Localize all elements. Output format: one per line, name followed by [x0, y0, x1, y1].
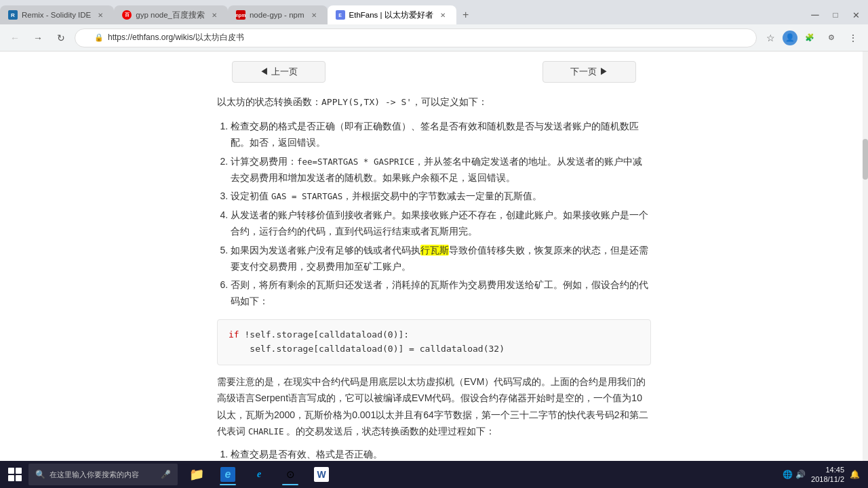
taskbar-word[interactable]: W	[307, 462, 336, 487]
address-bar: ← → ↻ 🔒 https://ethfans.org/wikis/以太坊白皮书…	[0, 24, 868, 52]
page-content: ◀ 上一页 下一页 ▶ 以太坊的状态转换函数：APPLY(S,TX) -> S'…	[0, 52, 868, 488]
reload-button[interactable]: ↻	[52, 28, 71, 47]
menu-icon[interactable]: ⋮	[844, 28, 863, 47]
tab-baidu-label: gyp node_百度搜索	[136, 10, 205, 20]
taskbar-apps: 📁 e e ⊙ W	[182, 462, 336, 487]
toolbar-right: ☆ 👤 🧩 ⚙ ⋮	[761, 28, 863, 47]
step-1: 检查交易的格式是否正确（即有正确数值）、签名是否有效和随机数是否与发送者账户的随…	[231, 119, 651, 151]
code-line-1: if !self.storage[calldataload(0)]:	[229, 328, 639, 342]
windows-logo-icon	[8, 468, 22, 481]
tab-ethfans-label: EthFans | 以太坊爱好者	[349, 10, 433, 20]
maximize-button[interactable]: □	[826, 5, 845, 24]
code-line-2: self.storage[calldataload(0)] = calldata…	[229, 342, 639, 357]
new-tab-button[interactable]: +	[456, 5, 475, 24]
pagination-buttons: ◀ 上一页 下一页 ▶	[217, 61, 651, 83]
microphone-icon: 🎤	[161, 470, 171, 479]
tab-npm-label: node-gyp - npm	[250, 11, 304, 19]
volume-icon[interactable]: 🔊	[795, 470, 806, 479]
next-page-button[interactable]: 下一页 ▶	[542, 61, 636, 83]
section-intro: 以太坊的状态转换函数：APPLY(S,TX) -> S'，可以定义如下：	[217, 94, 651, 110]
scrollbar[interactable]	[863, 52, 868, 488]
tab-baidu-close[interactable]: ✕	[209, 9, 220, 20]
step-5: 如果因为发送者账户没有足够的钱或者代码执行瓦斯导致价值转移失败，恢复原来的状态，…	[231, 243, 651, 275]
scrollbar-thumb[interactable]	[863, 139, 868, 180]
tab-remix[interactable]: R Remix - Solidity IDE ✕	[0, 5, 114, 24]
taskbar-ie[interactable]: e	[244, 462, 274, 487]
ie-icon: e	[257, 469, 261, 480]
eth-favicon-icon: E	[336, 10, 345, 20]
taskbar-search-bar[interactable]: 🔍 在这里输入你要搜索的内容 🎤	[28, 464, 178, 485]
taskbar-search-placeholder: 在这里输入你要搜索的内容	[50, 470, 139, 480]
close-button[interactable]: ✕	[846, 5, 865, 24]
intro-code: APPLY(S,TX) -> S'	[321, 97, 412, 107]
paragraph-1: 需要注意的是，在现实中合约代码是用底层以太坊虚拟机（EVM）代码写成的。上面的合…	[217, 373, 651, 440]
minimize-button[interactable]: ─	[806, 5, 825, 24]
back-button[interactable]: ←	[5, 28, 24, 47]
edge-icon: e	[220, 467, 235, 482]
network-icon[interactable]: 🌐	[783, 470, 793, 479]
steps-list: 检查交易的格式是否正确（即有正确数值）、签名是否有效和随机数是否与发送者账户的随…	[217, 119, 651, 310]
article-content: ◀ 上一页 下一页 ▶ 以太坊的状态转换函数：APPLY(S,TX) -> S'…	[203, 52, 665, 488]
notification-area: 🌐 🔊	[783, 470, 806, 479]
tab-ethfans[interactable]: E EthFans | 以太坊爱好者 ✕	[328, 5, 456, 24]
prev-page-button[interactable]: ◀ 上一页	[232, 61, 326, 83]
taskbar-chrome[interactable]: ⊙	[275, 462, 305, 487]
step-2: 计算交易费用：fee=STARTGAS * GASPRICE，并从签名中确定发送…	[231, 154, 651, 186]
tab-bar: R Remix - Solidity IDE ✕ 百 gyp node_百度搜索…	[0, 0, 868, 24]
npm-favicon-icon: npm	[236, 10, 245, 20]
tab-baidu[interactable]: 百 gyp node_百度搜索 ✕	[114, 5, 228, 24]
url-text: https://ethfans.org/wikis/以太坊白皮书	[108, 32, 244, 43]
intro-text2: ，可以定义如下：	[412, 96, 488, 107]
taskbar-search-icon: 🔍	[35, 470, 45, 479]
step-4: 从发送者的账户转移价值到接收者账户。如果接收账户还不存在，创建此账户。如果接收账…	[231, 207, 651, 240]
code-block: if !self.storage[calldataload(0)]: self.…	[217, 319, 651, 365]
profile-icon[interactable]: 👤	[783, 30, 797, 45]
remix-favicon-icon: R	[8, 10, 18, 20]
baidu-favicon-icon: 百	[122, 10, 132, 20]
browser-chrome: R Remix - Solidity IDE ✕ 百 gyp node_百度搜索…	[0, 0, 868, 52]
step2-1: 检查交易是否有效、格式是否正确。	[231, 447, 651, 463]
forward-button[interactable]: →	[28, 28, 47, 47]
start-button[interactable]	[3, 462, 27, 487]
extension2-icon[interactable]: ⚙	[822, 28, 841, 47]
taskbar-file-explorer[interactable]: 📁	[182, 462, 212, 487]
extension1-icon[interactable]: 🧩	[800, 28, 819, 47]
notification-center-icon[interactable]: 🔔	[850, 470, 860, 479]
bookmark-star-icon[interactable]: ☆	[761, 28, 780, 47]
step-3: 设定初值 GAS = STARTGAS，并根据交易中的字节数减去一定量的瓦斯值。	[231, 188, 651, 205]
taskbar-clock[interactable]: 14:45 2018/11/2	[811, 465, 844, 485]
secure-lock-icon: 🔒	[94, 33, 104, 42]
tab-ethfans-close[interactable]: ✕	[437, 9, 448, 20]
chrome-icon: ⊙	[286, 468, 295, 481]
word-icon: W	[314, 467, 329, 482]
highlight-text: 行瓦斯	[420, 245, 449, 256]
intro-text: 以太坊的状态转换函数：	[217, 96, 321, 107]
tab-remix-close[interactable]: ✕	[95, 9, 106, 20]
taskbar: 🔍 在这里输入你要搜索的内容 🎤 📁 e e ⊙ W 🌐 🔊 14:45 201…	[0, 461, 868, 488]
address-field[interactable]: 🔒 https://ethfans.org/wikis/以太坊白皮书	[75, 28, 757, 47]
taskbar-right: 🌐 🔊 14:45 2018/11/2 🔔	[783, 465, 865, 485]
taskbar-time-display: 14:45	[811, 465, 844, 474]
tab-remix-label: Remix - Solidity IDE	[22, 11, 91, 19]
tab-npm[interactable]: npm node-gyp - npm ✕	[228, 5, 328, 24]
tab-npm-close[interactable]: ✕	[309, 9, 319, 20]
taskbar-edge[interactable]: e	[213, 462, 243, 487]
step-6: 否则，将所有剩余的瓦斯归还发送者，消耗掉的瓦斯作为交易费用发送给矿工。例如，假设…	[231, 277, 651, 310]
taskbar-date-display: 2018/11/2	[811, 474, 844, 484]
file-explorer-icon: 📁	[189, 467, 204, 482]
